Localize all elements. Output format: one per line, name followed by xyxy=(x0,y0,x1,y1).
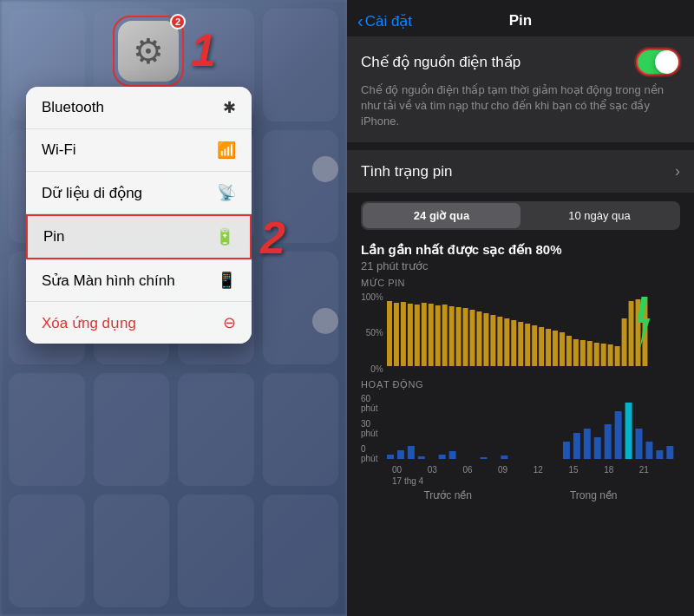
svg-rect-1 xyxy=(394,303,399,366)
svg-rect-23 xyxy=(546,329,551,366)
svg-rect-46 xyxy=(501,455,507,459)
menu-item-wifi-label: Wi-Fi xyxy=(42,141,76,159)
x-label-18: 18 xyxy=(604,465,613,475)
toggle-container: 3 xyxy=(636,49,680,75)
x-label-12: 12 xyxy=(534,465,543,475)
svg-rect-49 xyxy=(584,429,591,459)
delete-icon: ⊖ xyxy=(223,313,236,332)
menu-item-delete[interactable]: Xóa ứng dụng ⊖ xyxy=(26,302,252,344)
menu-item-wifi[interactable]: Wi-Fi 📶 xyxy=(26,129,252,172)
settings-icon[interactable]: ⚙ 2 xyxy=(118,21,179,82)
back-button[interactable]: ‹ Cài đặt xyxy=(357,11,412,31)
menu-item-mobile[interactable]: Dữ liệu di động 📡 xyxy=(26,172,252,214)
chevron-left-icon: ‹ xyxy=(357,11,363,31)
svg-rect-34 xyxy=(621,318,626,366)
chart-section: MỨC PIN 100% 50% 0% xyxy=(347,272,694,616)
left-panel: ⚙ 2 1 Bluetooth ✱ Wi-Fi 📶 Dữ liệu di độn… xyxy=(0,0,347,616)
battery-charge-title: Lần gần nhất được sạc đến 80% xyxy=(361,242,680,258)
x-label-06: 06 xyxy=(462,465,472,475)
svg-rect-35 xyxy=(628,301,633,366)
svg-rect-28 xyxy=(580,340,586,366)
svg-rect-7 xyxy=(435,305,440,366)
deco-circle-1 xyxy=(312,156,338,182)
hoat-dong-chart xyxy=(387,394,680,463)
svg-rect-32 xyxy=(607,344,612,366)
x-label-21: 21 xyxy=(639,465,649,475)
back-label: Cài đặt xyxy=(365,12,412,30)
tab-10d[interactable]: 10 ngày qua xyxy=(520,203,678,228)
bluetooth-icon: ✱ xyxy=(223,98,236,117)
svg-rect-2 xyxy=(401,302,406,366)
svg-rect-11 xyxy=(462,308,468,366)
svg-rect-10 xyxy=(455,307,461,366)
svg-rect-15 xyxy=(490,315,495,366)
svg-rect-6 xyxy=(428,304,433,366)
svg-rect-25 xyxy=(560,332,565,366)
menu-item-bluetooth[interactable]: Bluetooth ✱ xyxy=(26,87,252,129)
settings-icon-wrapper[interactable]: ⚙ 2 xyxy=(113,16,184,87)
menu-item-screen[interactable]: Sửa Màn hình chính 📱 xyxy=(26,259,252,302)
y-label-50: 50% xyxy=(366,328,383,337)
y-label-0: 0% xyxy=(370,364,383,374)
chevron-right-icon: › xyxy=(675,162,680,180)
svg-rect-39 xyxy=(387,455,394,459)
hoat-dong-label: HOẠT ĐỘNG xyxy=(361,379,680,390)
hoat-dong-y-axis: 60 phút 30 phút 0 phút xyxy=(361,394,387,463)
svg-rect-8 xyxy=(442,305,447,366)
y-label-30min: 30 phút xyxy=(361,419,383,438)
battery-info: Lần gần nhất được sạc đến 80% 21 phút tr… xyxy=(347,239,694,272)
svg-rect-19 xyxy=(518,322,523,366)
y-label-60min: 60 phút xyxy=(361,394,383,413)
muc-pin-chart xyxy=(387,292,680,370)
svg-rect-5 xyxy=(422,303,427,366)
step-number-1: 1 xyxy=(191,24,216,76)
svg-rect-17 xyxy=(504,318,509,366)
low-power-toggle[interactable] xyxy=(636,49,680,75)
x-label-09: 09 xyxy=(498,465,507,475)
svg-rect-51 xyxy=(604,424,611,459)
svg-rect-21 xyxy=(532,325,537,366)
deco-circle-2 xyxy=(312,308,338,334)
label-truoc-nen: Trước nền xyxy=(423,489,472,501)
svg-rect-30 xyxy=(594,343,599,366)
tabs-row: 24 giờ qua 10 ngày qua xyxy=(361,201,680,230)
svg-rect-20 xyxy=(525,324,530,366)
muc-pin-chart-row: 100% 50% 0% xyxy=(361,292,680,374)
x-label-03: 03 xyxy=(428,465,437,475)
menu-item-delete-label: Xóa ứng dụng xyxy=(42,314,136,332)
menu-item-pin[interactable]: Pin 🔋 xyxy=(26,214,252,259)
left-content: ⚙ 2 1 Bluetooth ✱ Wi-Fi 📶 Dữ liệu di độn… xyxy=(0,0,347,616)
battery-status-row[interactable]: Tình trạng pin › xyxy=(347,150,694,193)
svg-rect-44 xyxy=(448,451,455,459)
battery-status-label: Tình trạng pin xyxy=(361,162,452,180)
muc-pin-label: MỨC PIN xyxy=(361,278,680,289)
svg-rect-52 xyxy=(614,411,621,459)
menu-item-screen-label: Sửa Màn hình chính xyxy=(42,272,175,290)
svg-rect-53 xyxy=(625,403,632,459)
svg-rect-13 xyxy=(476,311,481,366)
svg-rect-4 xyxy=(415,305,420,366)
svg-rect-54 xyxy=(635,429,642,459)
svg-rect-42 xyxy=(418,456,425,459)
menu-item-pin-label: Pin xyxy=(43,228,65,246)
svg-rect-56 xyxy=(656,450,663,459)
x-label-00: 00 xyxy=(392,465,402,475)
low-power-label: Chế độ nguồn điện thấp xyxy=(361,53,520,71)
svg-rect-41 xyxy=(408,446,415,459)
x-axis-row: 00 03 06 09 12 15 18 21 xyxy=(361,463,680,475)
y-label-100: 100% xyxy=(361,292,383,302)
page-title: Pin xyxy=(509,12,532,29)
badge-count: 2 xyxy=(170,14,186,29)
svg-rect-12 xyxy=(469,310,475,366)
svg-rect-40 xyxy=(397,450,404,459)
svg-rect-29 xyxy=(587,341,593,366)
y-label-0min: 0 phút xyxy=(361,444,383,463)
tab-24h[interactable]: 24 giờ qua xyxy=(363,203,520,228)
svg-rect-16 xyxy=(497,317,502,366)
step-number-2: 2 xyxy=(260,212,285,264)
date-label: 17 thg 4 xyxy=(361,476,680,486)
svg-rect-24 xyxy=(553,331,558,366)
toggle-knob xyxy=(655,50,678,74)
low-power-description: Chế độ nguồn điện thấp tạm thời giảm hoạ… xyxy=(361,82,680,130)
hoat-dong-chart-row: 60 phút 30 phút 0 phút xyxy=(361,394,680,463)
